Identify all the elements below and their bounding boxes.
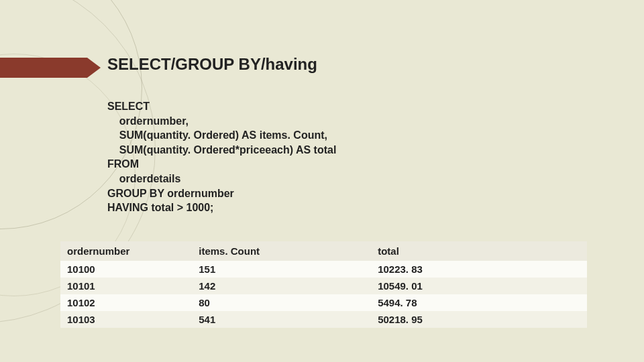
table-cell: 10102: [60, 294, 192, 311]
result-table: ordernumber items. Count total 10100 151…: [60, 241, 587, 328]
table-header-cell: items. Count: [192, 241, 371, 261]
table-row: 10101 142 10549. 01: [60, 278, 587, 294]
table-cell: 541: [192, 311, 371, 328]
table-cell: 10223. 83: [371, 261, 587, 278]
table-cell: 10100: [60, 261, 192, 278]
table-row: 10103 541 50218. 95: [60, 311, 587, 328]
table-cell: 50218. 95: [371, 311, 587, 328]
slide: SELECT/GROUP BY/having SELECT ordernumbe…: [0, 0, 644, 362]
slide-title: SELECT/GROUP BY/having: [107, 55, 317, 74]
table-cell: 142: [192, 278, 371, 294]
table-row: 10102 80 5494. 78: [60, 294, 587, 311]
table-header-cell: total: [371, 241, 587, 261]
table-header-row: ordernumber items. Count total: [60, 241, 587, 261]
table-cell: 10101: [60, 278, 192, 294]
table-header-cell: ordernumber: [60, 241, 192, 261]
table-cell: 80: [192, 294, 371, 311]
title-ribbon: [0, 58, 87, 78]
table-cell: 10103: [60, 311, 192, 328]
sql-code: SELECT ordernumber, SUM(quantity. Ordere…: [107, 99, 336, 215]
table-cell: 10549. 01: [371, 278, 587, 294]
table-cell: 5494. 78: [371, 294, 587, 311]
table-row: 10100 151 10223. 83: [60, 261, 587, 278]
table-cell: 151: [192, 261, 371, 278]
